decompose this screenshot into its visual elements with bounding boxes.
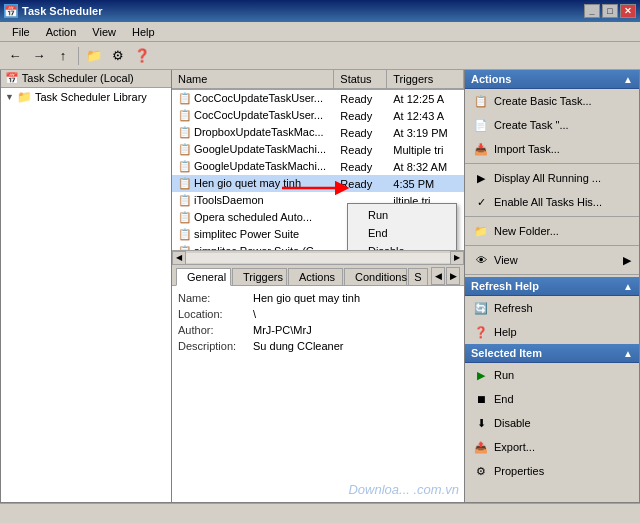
right-sep-2	[465, 216, 639, 217]
selected-action-end[interactable]: ⏹ End	[465, 387, 639, 411]
prop-row-author: Author: MrJ-PC\MrJ	[178, 324, 458, 336]
tree-header-label: 📅 Task Scheduler (Local)	[5, 72, 134, 84]
title-bar: 📅 Task Scheduler _ □ ✕	[0, 0, 640, 22]
left-panel: 📅 Task Scheduler (Local) ▼ 📁 Task Schedu…	[0, 70, 172, 503]
prop-row-name: Name: Hen gio quet may tinh	[178, 292, 458, 304]
menu-view[interactable]: View	[84, 24, 124, 40]
action-create-basic-task[interactable]: 📋 Create Basic Task...	[465, 89, 639, 113]
right-section-actions: Actions ▲	[465, 70, 639, 89]
center-panel: Name Status Triggers 📋CocCocUpdateTaskUs…	[172, 70, 465, 503]
maximize-btn[interactable]: □	[602, 4, 618, 18]
section-selected-label: Selected Item	[471, 347, 542, 359]
help-btn2[interactable]: ❓	[131, 45, 153, 67]
col-header-triggers[interactable]: Triggers	[387, 70, 464, 88]
up-btn[interactable]: ↑	[52, 45, 74, 67]
expand-icon: ▼	[5, 92, 14, 102]
task-triggers: Multiple tri	[387, 143, 464, 157]
prop-description-value: Su dung CCleaner	[253, 340, 344, 352]
prop-row-description: Description: Su dung CCleaner	[178, 340, 458, 352]
task-triggers: At 8:32 AM	[387, 160, 464, 174]
task-name: 📋GoogleUpdateTaskMachi...	[172, 142, 334, 157]
ctx-run[interactable]: Run	[348, 206, 456, 224]
table-row[interactable]: 📋CocCocUpdateTaskUser... Ready At 12:43 …	[172, 107, 464, 124]
create-basic-task-label: Create Basic Task...	[494, 95, 592, 107]
selected-properties-icon: ⚙	[473, 463, 489, 479]
prop-author-value: MrJ-PC\MrJ	[253, 324, 312, 336]
table-row[interactable]: 📋GoogleUpdateTaskMachi... Ready At 8:32 …	[172, 158, 464, 175]
selected-end-label: End	[494, 393, 514, 405]
ctx-disable[interactable]: Disable	[348, 242, 456, 250]
tab-general[interactable]: General	[176, 268, 231, 286]
task-name: 📋CocCocUpdateTaskUser...	[172, 108, 334, 123]
table-row[interactable]: 📋DropboxUpdateTaskMac... Ready At 3:19 P…	[172, 124, 464, 141]
action-import-task[interactable]: 📥 Import Task...	[465, 137, 639, 161]
action-display-running[interactable]: ▶ Display All Running ...	[465, 166, 639, 190]
col-header-name[interactable]: Name	[172, 70, 334, 88]
task-name: 📋iToolsDaemon	[172, 193, 334, 208]
selected-action-export[interactable]: 📤 Export...	[465, 435, 639, 459]
tab-actions[interactable]: Actions	[288, 268, 343, 285]
actions-collapse-btn[interactable]: ▲	[623, 74, 633, 85]
main-content: 📅 Task Scheduler (Local) ▼ 📁 Task Schedu…	[0, 70, 640, 503]
prop-name-value: Hen gio quet may tinh	[253, 292, 360, 304]
help-icon: ❓	[473, 324, 489, 340]
prop-row-location: Location: \	[178, 308, 458, 320]
action-create-task[interactable]: 📄 Create Task "...	[465, 113, 639, 137]
selected-action-disable[interactable]: ⬇ Disable	[465, 411, 639, 435]
watermark: Downloa... .com.vn	[348, 482, 459, 497]
properties-panel: Name: Hen gio quet may tinh Location: \ …	[172, 285, 464, 362]
scroll-right-btn[interactable]: ▶	[450, 251, 464, 265]
action-refresh[interactable]: 🔄 Refresh	[465, 296, 639, 320]
app-title: Task Scheduler	[22, 5, 103, 17]
selected-export-icon: 📤	[473, 439, 489, 455]
table-row[interactable]: 📋GoogleUpdateTaskMachi... Ready Multiple…	[172, 141, 464, 158]
selected-action-properties[interactable]: ⚙ Properties	[465, 459, 639, 483]
menu-file[interactable]: File	[4, 24, 38, 40]
task-triggers: At 12:43 A	[387, 109, 464, 123]
tab-s[interactable]: S	[408, 268, 428, 285]
prop-author-label: Author:	[178, 324, 253, 336]
scroll-left-btn[interactable]: ◀	[172, 251, 186, 265]
right-section-selected: Selected Item ▲	[465, 344, 639, 363]
tabs-section: General Triggers Actions Conditions S ◀ …	[172, 264, 464, 285]
close-btn[interactable]: ✕	[620, 4, 636, 18]
view-icon: 👁	[473, 252, 489, 268]
minimize-btn[interactable]: _	[584, 4, 600, 18]
action-new-folder[interactable]: 📁 New Folder...	[465, 219, 639, 243]
menu-help[interactable]: Help	[124, 24, 163, 40]
refresh-collapse-btn[interactable]: ▲	[623, 281, 633, 292]
horizontal-scrollbar[interactable]: ◀ ▶	[172, 250, 464, 264]
back-btn[interactable]: ←	[4, 45, 26, 67]
task-name: 📋simplitec Power Suite	[172, 227, 334, 242]
view-arrow: ▶	[623, 254, 631, 267]
col-header-status[interactable]: Status	[334, 70, 387, 88]
task-triggers: At 12:25 A	[387, 92, 464, 106]
folder-icon: 📁	[17, 90, 32, 104]
tab-scroll-right[interactable]: ▶	[446, 267, 460, 285]
enable-history-label: Enable All Tasks His...	[494, 196, 602, 208]
selected-disable-icon: ⬇	[473, 415, 489, 431]
new-folder-icon: 📁	[473, 223, 489, 239]
action-enable-history[interactable]: ✓ Enable All Tasks His...	[465, 190, 639, 214]
selected-action-run[interactable]: ▶ Run	[465, 363, 639, 387]
tab-scroll-left[interactable]: ◀	[431, 267, 445, 285]
tab-triggers[interactable]: Triggers	[232, 268, 287, 285]
properties-btn2[interactable]: ⚙	[107, 45, 129, 67]
section-actions-label: Actions	[471, 73, 511, 85]
selected-run-icon: ▶	[473, 367, 489, 383]
table-row[interactable]: 📋CocCocUpdateTaskUser... Ready At 12:25 …	[172, 90, 464, 107]
task-status: Ready	[334, 109, 387, 123]
task-name: 📋Opera scheduled Auto...	[172, 210, 334, 225]
ctx-end[interactable]: End	[348, 224, 456, 242]
table-row-selected[interactable]: 📋Hen gio quet may tinh Ready 4:35 PM	[172, 175, 464, 192]
action-view[interactable]: 👁 View ▶	[465, 248, 639, 272]
tab-conditions[interactable]: Conditions	[344, 268, 407, 285]
folder-btn[interactable]: 📁	[83, 45, 105, 67]
action-help[interactable]: ❓ Help	[465, 320, 639, 344]
forward-btn[interactable]: →	[28, 45, 50, 67]
tree-item-label: Task Scheduler Library	[35, 91, 147, 103]
selected-collapse-btn[interactable]: ▲	[623, 348, 633, 359]
tabs-row: General Triggers Actions Conditions S ◀ …	[172, 265, 464, 285]
tree-item-root[interactable]: ▼ 📁 Task Scheduler Library	[1, 88, 171, 106]
menu-action[interactable]: Action	[38, 24, 85, 40]
